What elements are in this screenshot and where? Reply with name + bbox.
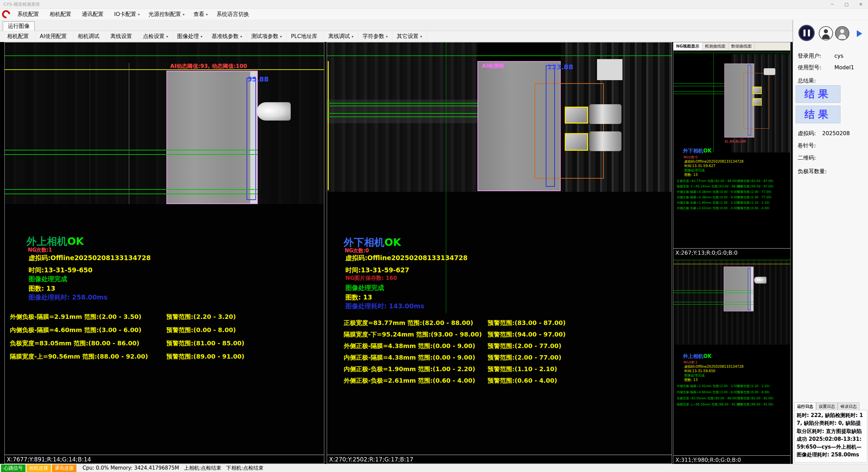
measurement-text: 内侧负极-隔膜=4.60mm 范围:(3.00 - 6.00) bbox=[10, 326, 141, 334]
measurement-text: 内侧正极-负极=1.90mm 范围:(1.00 - 2.20) bbox=[344, 365, 475, 373]
tab-settings-log[interactable]: 设置日志 bbox=[816, 402, 838, 411]
roll-pin-label: 卷针号: bbox=[798, 142, 816, 149]
tab-data-curve[interactable]: 数据曲线图 bbox=[728, 42, 755, 50]
menu-item[interactable]: 光源控制配置▾ bbox=[144, 9, 189, 20]
system-info-text: Cpu: 0.0% Memory: 3424.41796875M 上相机:点检结… bbox=[83, 465, 264, 471]
toolbar-item-label: 相机配置 bbox=[7, 33, 29, 40]
ng-thumbnail-upper[interactable]: 外上相机OK NG次数:1 虚拟码:Offline202502081331347… bbox=[673, 257, 790, 455]
time-text: 时间:13-31-59-627 bbox=[684, 164, 715, 168]
view-tab-row: 运行图像 bbox=[0, 20, 793, 31]
tab-ng-view[interactable]: NG视图显示 bbox=[673, 42, 702, 50]
upper-camera-view[interactable]: AI动态阈值:93, 动态阈值:100 55.88 外上相机OK NG次数:1 … bbox=[4, 42, 324, 464]
toolbar-item[interactable]: 字符参数▾ bbox=[358, 31, 393, 42]
measurement-warn: 预警范围:(1.10 - 2.10) bbox=[488, 365, 557, 373]
tab-error-log[interactable]: 错误日志 bbox=[838, 402, 860, 411]
defect-box-yellow bbox=[753, 87, 762, 94]
toolbar-item[interactable]: 测试项参数▾ bbox=[247, 31, 287, 42]
measure-line-green bbox=[673, 304, 754, 305]
measurement-warn: 预警范围:(2.00 - 77.00) bbox=[488, 353, 561, 362]
main-area: AI动态阈值:93, 动态阈值:100 55.88 外上相机OK NG次数:1 … bbox=[0, 42, 793, 464]
toolbar-item[interactable]: 相机配置 bbox=[3, 31, 35, 42]
electrode-region bbox=[166, 71, 258, 204]
measurement-text: 外侧负极-隔膜=2.91mm 范围:(2.00 - 3.50) bbox=[677, 384, 739, 388]
menu-item[interactable]: 通讯配置 bbox=[77, 9, 110, 20]
pause-icon bbox=[803, 30, 806, 36]
control-panel: 登录用户: cys 使用型号: Model1 总结果: 结果 结果 虚拟码: 2… bbox=[793, 20, 868, 464]
image-edge-line bbox=[90, 63, 90, 204]
close-button[interactable]: ✕ bbox=[854, 0, 868, 9]
measurement-warn: 预警范围:(1.10 - 2.10) bbox=[737, 201, 770, 205]
collapse-panel-button[interactable] bbox=[857, 28, 867, 39]
ai-box-label: AI检测框 bbox=[482, 62, 504, 70]
virtual-code-text: 虚拟码:Offline20250208133134728 bbox=[29, 254, 151, 262]
result-display-2: 结果 bbox=[796, 106, 840, 123]
measurement-warn: 预警范围:(0.00 - 8.00) bbox=[166, 326, 236, 334]
chevron-down-icon: ▾ bbox=[386, 35, 388, 38]
toolbar-item[interactable]: 图像处理▾ bbox=[173, 31, 207, 42]
menu-item[interactable]: 查看▾ bbox=[189, 9, 212, 20]
virtual-code-text: 虚拟码:Offline20250208133134728 bbox=[684, 364, 743, 369]
log-text[interactable]: 耗时: 222, 缺陷检测耗时: 17, 缺陷分类耗时: 0, 缺陷提取分区耗时… bbox=[794, 410, 867, 462]
defect-box-yellow bbox=[753, 98, 762, 106]
menu-item[interactable]: IO卡配置▾ bbox=[110, 9, 144, 20]
measurement-text: 负极宽度=83.05mm 范围:(80.00 - 86.00) bbox=[10, 339, 139, 347]
ng-thumbnail-lower[interactable]: XL:84;XLI:84 外下相机OK NG次数:0 虚拟码:Offline20… bbox=[673, 51, 790, 248]
menu-item-label: 通讯配置 bbox=[82, 11, 104, 18]
measurement-warn: 预警范围:(0.60 - 4.00) bbox=[737, 206, 770, 211]
pause-button[interactable] bbox=[798, 25, 815, 41]
measure-line-green bbox=[5, 154, 258, 155]
toolbar-item[interactable]: 相机调试 bbox=[73, 31, 106, 42]
toolbar-item[interactable]: AI使用配置 bbox=[35, 31, 73, 42]
toolbar-item[interactable]: 基准线参数▾ bbox=[207, 31, 247, 42]
ng-count-text: NG次数:1 bbox=[28, 247, 52, 253]
measure-line-green bbox=[327, 106, 482, 106]
baseline-green bbox=[673, 260, 790, 260]
status-bar: 心跳信号 相机连接 通讯连接 Cpu: 0.0% Memory: 3424.41… bbox=[0, 464, 868, 472]
title-bar: CYS-视觉检测系统 ─ ▢ ✕ bbox=[0, 0, 868, 9]
heartbeat-badge: 心跳信号 bbox=[1, 465, 25, 472]
measure-line-green bbox=[327, 103, 482, 104]
lower-camera-view[interactable]: AI检测框 123.88 外下相机OK NG次数:0 虚拟码:Offline20… bbox=[327, 42, 672, 464]
baseline-green bbox=[5, 55, 324, 56]
camera-name: 外上相机 bbox=[683, 353, 703, 359]
measurement-text: 内侧正极-负极=1.90mm 范围:(1.00 - 2.20) bbox=[677, 201, 739, 205]
time-text: 时间:13-31-59-650 bbox=[29, 266, 92, 275]
tab-detect-curve[interactable]: 检测曲线图 bbox=[702, 42, 728, 50]
measure-line-green bbox=[5, 189, 258, 190]
menu-item[interactable]: 系统语言切换 bbox=[212, 9, 255, 20]
measurement-warn: 预警范围:(94.00 - 97.00) bbox=[488, 330, 566, 339]
tab-run-log[interactable]: 运行日志 bbox=[794, 402, 816, 411]
menu-item[interactable]: 相机配置 bbox=[45, 9, 77, 20]
toolbar-item[interactable]: PLC地址库 bbox=[287, 31, 324, 42]
camera-result-heading: 外上相机OK bbox=[683, 353, 711, 360]
chevron-down-icon: ▾ bbox=[352, 35, 354, 38]
minimize-button[interactable]: ─ bbox=[825, 0, 839, 9]
measurement-text: 外侧正极-隔膜=4.38mm 范围:(0.00 - 9.00) bbox=[344, 342, 475, 350]
toolbar-item[interactable]: 点检设置▾ bbox=[139, 31, 173, 42]
toolbar-items: 相机配置AI使用配置相机调试离线设置点检设置▾图像处理▾基准线参数▾测试项参数▾… bbox=[3, 31, 427, 42]
toolbar-item-label: 离线调试 bbox=[328, 33, 350, 40]
chevron-down-icon: ▾ bbox=[201, 35, 202, 38]
metal-tab-blob bbox=[257, 102, 291, 121]
camera-result-heading: 外下相机OK bbox=[683, 148, 711, 154]
model-select[interactable]: Model1 bbox=[834, 64, 854, 71]
tab-run-image[interactable]: 运行图像 bbox=[3, 21, 35, 31]
measurement-warn: 预警范围:(89.00 - 91.00) bbox=[166, 352, 245, 361]
user-settings-button[interactable] bbox=[835, 26, 849, 40]
chevron-down-icon: ▾ bbox=[138, 13, 140, 16]
user-button[interactable] bbox=[819, 26, 833, 40]
toolbar-item-label: AI使用配置 bbox=[40, 33, 67, 40]
maximize-button[interactable]: ▢ bbox=[839, 0, 854, 9]
arrow-right-icon bbox=[857, 30, 862, 37]
toolbar-item[interactable]: 离线调试▾ bbox=[324, 31, 358, 42]
user-icon bbox=[824, 29, 828, 33]
toolbar-item[interactable]: 离线设置 bbox=[106, 31, 139, 42]
measurement-text: 外侧正极-负极=2.61mm 范围:(0.60 - 4.00) bbox=[677, 206, 739, 211]
metal-tab-blob bbox=[589, 131, 621, 151]
toolbar-item[interactable]: 其它设置▾ bbox=[393, 31, 427, 42]
ng-count-text: NG次数:0 bbox=[345, 248, 369, 254]
menu-item[interactable]: 系统配置 bbox=[13, 9, 45, 20]
chevron-down-icon: ▾ bbox=[280, 35, 282, 38]
user-icon bbox=[822, 34, 830, 39]
measure-line-green bbox=[673, 302, 754, 302]
